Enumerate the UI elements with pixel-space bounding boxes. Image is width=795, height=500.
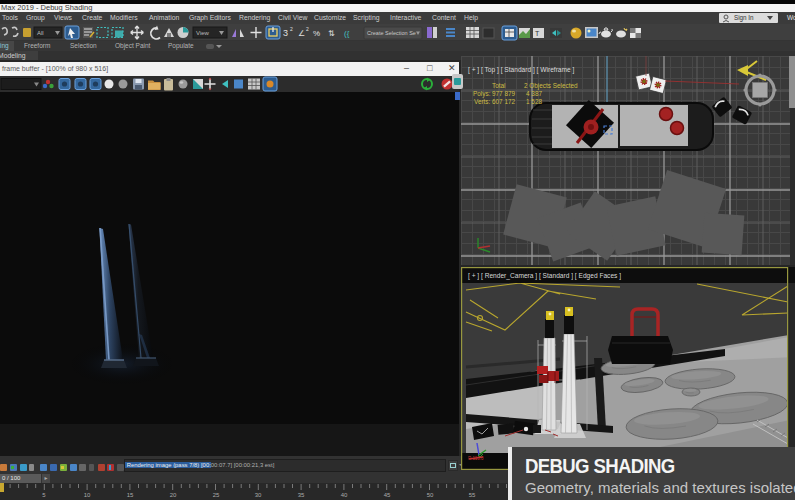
svg-text:40: 40: [341, 492, 348, 498]
svg-text:2: 2: [290, 26, 293, 32]
svg-text:Polys:: Polys:: [473, 90, 491, 98]
svg-text:Verts:: Verts:: [474, 98, 491, 105]
svg-text:2 Objects Selected: 2 Objects Selected: [524, 82, 578, 90]
svg-text:50: 50: [427, 492, 434, 498]
svg-text:All: All: [37, 30, 44, 36]
svg-text:15: 15: [127, 492, 134, 498]
svg-text:3: 3: [283, 28, 288, 38]
svg-text:Total: Total: [492, 82, 506, 89]
svg-text:55: 55: [469, 492, 476, 498]
svg-text:%: %: [313, 29, 320, 38]
svg-text:35: 35: [298, 492, 305, 498]
svg-text:Create Selection Se: Create Selection Se: [367, 30, 416, 36]
svg-text:1 528: 1 528: [526, 98, 542, 105]
svg-text:20: 20: [170, 492, 177, 498]
svg-text:∠: ∠: [298, 29, 305, 38]
svg-text:[ + ] [ Render_Camera ] [ Stan: [ + ] [ Render_Camera ] [ Standard ] [ E…: [468, 272, 621, 280]
svg-text:⇅: ⇅: [328, 29, 335, 38]
svg-text:T: T: [535, 30, 540, 37]
svg-text:977 879: 977 879: [492, 90, 516, 97]
svg-text:[ + ] [ Top ] [ Standard ] [ W: [ + ] [ Top ] [ Standard ] [ Wireframe ]: [468, 66, 575, 74]
svg-text:View: View: [196, 30, 210, 36]
svg-text:4 387: 4 387: [526, 90, 542, 97]
svg-text:25: 25: [213, 492, 220, 498]
svg-text:607 172: 607 172: [492, 98, 516, 105]
svg-text:30: 30: [255, 492, 262, 498]
svg-text:2: 2: [306, 26, 309, 32]
svg-text:({: ({: [344, 29, 350, 38]
svg-text:45: 45: [384, 492, 391, 498]
svg-text:10: 10: [84, 492, 91, 498]
